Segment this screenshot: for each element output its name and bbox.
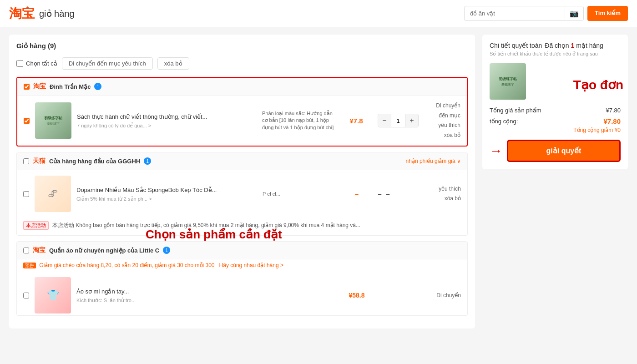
- product-checkbox-1[interactable]: [24, 118, 30, 124]
- shop-checkbox-3[interactable]: [23, 248, 29, 253]
- header-left: 淘宝 giỏ hàng: [9, 5, 75, 22]
- qty-minus-1[interactable]: −: [378, 114, 391, 127]
- delete-2[interactable]: xóa bỏ: [425, 194, 461, 204]
- product-variant-1: Phân loại màu sắc: Hướng dẫn cơ bản [10 …: [262, 110, 335, 131]
- product-subtext-2[interactable]: Giảm 5% khi mua từ 2 sản ph... >: [76, 196, 257, 202]
- checkout-button[interactable]: giải quyết: [507, 140, 621, 162]
- checkout-discount: Tổng cộng giảm ¥0: [490, 127, 621, 133]
- product-subtext-1[interactable]: 7 ngày không có lý do để qua... >: [77, 123, 257, 129]
- discount-tag: 本店活动: [23, 221, 49, 230]
- checkout-header: Chi tiết quyết toán Đã chọn 1 mặt hàng: [490, 42, 621, 49]
- shop-checkbox-2[interactable]: [23, 158, 29, 164]
- search-input[interactable]: [465, 7, 565, 20]
- search-button[interactable]: Tìm kiếm: [587, 6, 628, 21]
- discount-text: 本店活动 Không bao gồm bán hàng trực tiếp, c…: [52, 222, 360, 229]
- shop-header-3: 淘宝 Quần áo nữ chuyên nghiệp của Little C…: [17, 242, 467, 259]
- taobao-logo: 淘宝: [9, 5, 35, 22]
- product-actions-1: Di chuyểnđến mụcyêu thích xóa bỏ: [424, 101, 460, 140]
- product-row-2: 🖇 Dopamine Nhiều Màu Sắc SpongeBob Kep T…: [17, 170, 467, 217]
- shop-badge-1: 1: [94, 83, 101, 90]
- right-panel: Chi tiết quyết toán Đã chọn 1 mặt hàng S…: [482, 35, 628, 329]
- product-checkbox-3[interactable]: [23, 293, 29, 298]
- discount-tag-row: 本店活动 本店活动 Không bao gồm bán hàng trực ti…: [17, 217, 467, 235]
- left-panel: Giỏ hàng (9) Chọn tất cả Di chuyển đến m…: [9, 35, 475, 329]
- shop-checkbox-1[interactable]: [24, 84, 30, 90]
- header-right: 📷 Tìm kiếm: [464, 6, 628, 21]
- product-info-2: Dopamine Nhiều Màu Sắc SpongeBob Kep Tóc…: [76, 186, 257, 202]
- product-name-2: Dopamine Nhiều Màu Sắc SpongeBob Kep Tóc…: [76, 186, 257, 194]
- product-actions-2: yêu thích xóa bỏ: [425, 184, 461, 204]
- product-image-2: 🖇: [35, 176, 71, 212]
- shop-badge-3: 1: [163, 247, 170, 254]
- checkout-count: 1: [571, 42, 575, 49]
- checkout-total-product-row: Tổng giá sản phẩm ¥7.80: [490, 107, 621, 114]
- product-info-1: Sách thực hành chữ viết thông thường, ch…: [77, 113, 257, 129]
- coupon-link[interactable]: nhận phiếu giảm giá ∨: [406, 158, 461, 164]
- select-all-text: Chọn tất cả: [26, 60, 57, 67]
- shop-header-1: 淘宝 Đinh Trần Mặc 1: [17, 78, 467, 96]
- header: 淘宝 giỏ hàng 📷 Tìm kiếm: [0, 0, 637, 27]
- product-variant-2: P el cl...: [263, 191, 335, 197]
- qty-plus-1[interactable]: +: [405, 114, 418, 127]
- checkout-selected: Đã chọn 1 mặt hàng: [545, 42, 603, 49]
- annotation-tao-don: Tạo đơn: [573, 77, 623, 92]
- checkout-subtitle: Số tiền chiết khấu thực tế được nêu ở tr…: [490, 51, 621, 57]
- cart-actions: Chọn tất cả Di chuyển đến mục yêu thích …: [16, 57, 468, 70]
- shop-name-2: Cửa hàng hàng đầu của GGGHH: [49, 158, 140, 165]
- tianmao-icon: 天猫: [33, 157, 46, 165]
- promo-row-3: 预告 Giảm giá chéo cửa hàng 8,20, có sẵn 2…: [17, 259, 467, 272]
- product-checkbox-2[interactable]: [23, 191, 29, 197]
- checkout-total-label: tổng cộng:: [490, 118, 518, 125]
- product-row-3: 👕 Áo sơ mi ngắn tay... Kích thước: S lần…: [17, 272, 467, 315]
- checkout-total-product-label: Tổng giá sản phẩm: [490, 107, 541, 114]
- product-row-1: 初级练字帖 基础练字 Sách thực hành chữ viết thông…: [17, 96, 467, 146]
- product-image-3: 👕: [35, 277, 71, 313]
- move-3[interactable]: Di chuyển: [425, 291, 461, 301]
- cart-title: Giỏ hàng: [16, 42, 46, 50]
- taobao-icon-1: 淘宝: [33, 82, 46, 91]
- header-title: giỏ hàng: [39, 8, 75, 19]
- cart-header: Giỏ hàng (9): [16, 42, 468, 50]
- select-all-label[interactable]: Chọn tất cả: [16, 60, 57, 67]
- shop-badge-2: 1: [144, 157, 151, 165]
- shop-section-3: 淘宝 Quần áo nữ chuyên nghiệp của Little C…: [16, 241, 468, 316]
- qty-input-1[interactable]: [391, 114, 405, 127]
- product-image-1: 初级练字帖 基础练字: [35, 102, 71, 139]
- fav-2[interactable]: yêu thích: [425, 184, 461, 194]
- move-to-fav-btn[interactable]: Di chuyển đến mục yêu thích: [62, 57, 153, 70]
- product-price-3: ¥58.8: [341, 292, 373, 299]
- product-name-3: Áo sơ mi ngắn tay...: [76, 288, 257, 296]
- checkout-total-value: ¥7.80: [603, 117, 621, 125]
- camera-icon-btn[interactable]: 📷: [565, 6, 583, 20]
- arrow-right-icon: →: [490, 144, 502, 158]
- product-name-1: Sách thực hành chữ viết thông thường, ch…: [77, 113, 257, 121]
- select-all-checkbox[interactable]: [16, 60, 23, 67]
- main-container: Giỏ hàng (9) Chọn tất cả Di chuyển đến m…: [0, 27, 637, 336]
- product-info-3: Áo sơ mi ngắn tay... Kích thước: S lần t…: [76, 288, 257, 303]
- checkout-product-preview: 初级练字帖 基础练字: [490, 63, 526, 100]
- search-box: 📷: [464, 6, 584, 21]
- product-subtext-3[interactable]: Kích thước: S lần thử tro...: [76, 298, 257, 303]
- shop-name-1: Đinh Trần Mặc: [50, 83, 91, 90]
- quantity-placeholder-2: – –: [378, 191, 419, 197]
- delete-btn[interactable]: xóa bỏ: [157, 57, 189, 70]
- shop-header-2: 天猫 Cửa hàng hàng đầu của GGGHH 1 nhận ph…: [17, 152, 467, 170]
- product-price-2: –: [341, 190, 373, 198]
- move-to-fav-1[interactable]: Di chuyểnđến mụcyêu thích: [424, 101, 460, 131]
- product-actions-3: Di chuyển: [425, 291, 461, 301]
- checkout-total-row: tổng cộng: ¥7.80: [490, 117, 621, 125]
- checkout-title: Chi tiết quyết toán: [490, 42, 542, 49]
- promo-label: 预告: [23, 263, 36, 268]
- promo-text: Giảm giá chéo cửa hàng 8,20, có sẵn 20 đ…: [39, 262, 283, 268]
- checkout-action-row: → giải quyết: [490, 140, 621, 162]
- quantity-control-1: − +: [378, 114, 419, 127]
- checkout-card: Chi tiết quyết toán Đã chọn 1 mặt hàng S…: [482, 35, 628, 169]
- taobao-icon-3: 淘宝: [33, 246, 46, 254]
- shop-section-1: 淘宝 Đinh Trần Mặc 1 初级练字帖 基础练字 Sách thực …: [16, 77, 468, 147]
- shop-section-2: 天猫 Cửa hàng hàng đầu của GGGHH 1 nhận ph…: [16, 152, 468, 236]
- delete-product-1[interactable]: xóa bỏ: [424, 131, 460, 141]
- shop-name-3: Quần áo nữ chuyên nghiệp của Little C: [49, 247, 159, 254]
- checkout-total-product-value: ¥7.80: [606, 107, 621, 114]
- product-price-1: ¥7.8: [340, 117, 372, 125]
- cart-count: (9): [48, 42, 56, 50]
